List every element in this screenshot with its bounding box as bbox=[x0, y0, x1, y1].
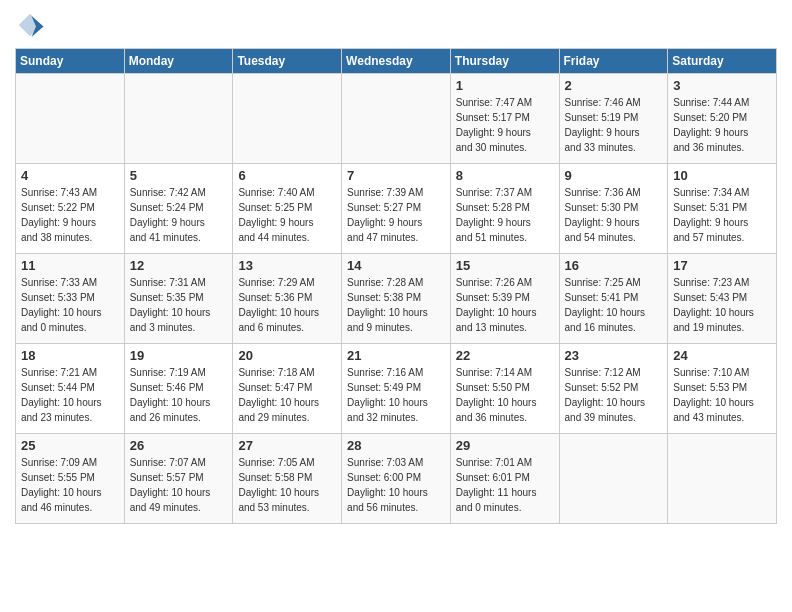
day-number: 25 bbox=[21, 438, 119, 453]
day-info: Sunrise: 7:03 AMSunset: 6:00 PMDaylight:… bbox=[347, 455, 445, 515]
calendar-day: 24Sunrise: 7:10 AMSunset: 5:53 PMDayligh… bbox=[668, 344, 777, 434]
day-info: Sunrise: 7:40 AMSunset: 5:25 PMDaylight:… bbox=[238, 185, 336, 245]
calendar-day: 16Sunrise: 7:25 AMSunset: 5:41 PMDayligh… bbox=[559, 254, 668, 344]
calendar-day: 12Sunrise: 7:31 AMSunset: 5:35 PMDayligh… bbox=[124, 254, 233, 344]
weekday-header-thursday: Thursday bbox=[450, 49, 559, 74]
day-number: 24 bbox=[673, 348, 771, 363]
day-info: Sunrise: 7:42 AMSunset: 5:24 PMDaylight:… bbox=[130, 185, 228, 245]
calendar-day: 1Sunrise: 7:47 AMSunset: 5:17 PMDaylight… bbox=[450, 74, 559, 164]
day-info: Sunrise: 7:34 AMSunset: 5:31 PMDaylight:… bbox=[673, 185, 771, 245]
day-info: Sunrise: 7:37 AMSunset: 5:28 PMDaylight:… bbox=[456, 185, 554, 245]
calendar-week-5: 25Sunrise: 7:09 AMSunset: 5:55 PMDayligh… bbox=[16, 434, 777, 524]
calendar-day: 28Sunrise: 7:03 AMSunset: 6:00 PMDayligh… bbox=[342, 434, 451, 524]
day-number: 28 bbox=[347, 438, 445, 453]
calendar-day: 22Sunrise: 7:14 AMSunset: 5:50 PMDayligh… bbox=[450, 344, 559, 434]
day-number: 10 bbox=[673, 168, 771, 183]
calendar-day: 11Sunrise: 7:33 AMSunset: 5:33 PMDayligh… bbox=[16, 254, 125, 344]
day-info: Sunrise: 7:47 AMSunset: 5:17 PMDaylight:… bbox=[456, 95, 554, 155]
calendar-week-3: 11Sunrise: 7:33 AMSunset: 5:33 PMDayligh… bbox=[16, 254, 777, 344]
calendar-day bbox=[559, 434, 668, 524]
day-number: 22 bbox=[456, 348, 554, 363]
calendar-day: 10Sunrise: 7:34 AMSunset: 5:31 PMDayligh… bbox=[668, 164, 777, 254]
day-info: Sunrise: 7:43 AMSunset: 5:22 PMDaylight:… bbox=[21, 185, 119, 245]
day-info: Sunrise: 7:12 AMSunset: 5:52 PMDaylight:… bbox=[565, 365, 663, 425]
calendar-day: 14Sunrise: 7:28 AMSunset: 5:38 PMDayligh… bbox=[342, 254, 451, 344]
day-number: 20 bbox=[238, 348, 336, 363]
calendar-day: 2Sunrise: 7:46 AMSunset: 5:19 PMDaylight… bbox=[559, 74, 668, 164]
weekday-header-saturday: Saturday bbox=[668, 49, 777, 74]
calendar-day: 5Sunrise: 7:42 AMSunset: 5:24 PMDaylight… bbox=[124, 164, 233, 254]
day-number: 1 bbox=[456, 78, 554, 93]
day-info: Sunrise: 7:26 AMSunset: 5:39 PMDaylight:… bbox=[456, 275, 554, 335]
calendar-day: 27Sunrise: 7:05 AMSunset: 5:58 PMDayligh… bbox=[233, 434, 342, 524]
calendar-day: 13Sunrise: 7:29 AMSunset: 5:36 PMDayligh… bbox=[233, 254, 342, 344]
day-info: Sunrise: 7:21 AMSunset: 5:44 PMDaylight:… bbox=[21, 365, 119, 425]
calendar-day bbox=[124, 74, 233, 164]
day-info: Sunrise: 7:23 AMSunset: 5:43 PMDaylight:… bbox=[673, 275, 771, 335]
day-number: 19 bbox=[130, 348, 228, 363]
calendar-day: 8Sunrise: 7:37 AMSunset: 5:28 PMDaylight… bbox=[450, 164, 559, 254]
day-number: 11 bbox=[21, 258, 119, 273]
day-number: 23 bbox=[565, 348, 663, 363]
page-header bbox=[15, 10, 777, 40]
calendar-header: SundayMondayTuesdayWednesdayThursdayFrid… bbox=[16, 49, 777, 74]
day-number: 3 bbox=[673, 78, 771, 93]
day-number: 16 bbox=[565, 258, 663, 273]
day-info: Sunrise: 7:01 AMSunset: 6:01 PMDaylight:… bbox=[456, 455, 554, 515]
calendar-day: 15Sunrise: 7:26 AMSunset: 5:39 PMDayligh… bbox=[450, 254, 559, 344]
calendar-day: 17Sunrise: 7:23 AMSunset: 5:43 PMDayligh… bbox=[668, 254, 777, 344]
day-number: 14 bbox=[347, 258, 445, 273]
day-number: 6 bbox=[238, 168, 336, 183]
weekday-header-tuesday: Tuesday bbox=[233, 49, 342, 74]
day-info: Sunrise: 7:19 AMSunset: 5:46 PMDaylight:… bbox=[130, 365, 228, 425]
day-number: 18 bbox=[21, 348, 119, 363]
day-info: Sunrise: 7:14 AMSunset: 5:50 PMDaylight:… bbox=[456, 365, 554, 425]
day-info: Sunrise: 7:31 AMSunset: 5:35 PMDaylight:… bbox=[130, 275, 228, 335]
day-number: 26 bbox=[130, 438, 228, 453]
day-number: 7 bbox=[347, 168, 445, 183]
day-info: Sunrise: 7:25 AMSunset: 5:41 PMDaylight:… bbox=[565, 275, 663, 335]
calendar-day: 26Sunrise: 7:07 AMSunset: 5:57 PMDayligh… bbox=[124, 434, 233, 524]
weekday-header-wednesday: Wednesday bbox=[342, 49, 451, 74]
day-info: Sunrise: 7:36 AMSunset: 5:30 PMDaylight:… bbox=[565, 185, 663, 245]
day-info: Sunrise: 7:09 AMSunset: 5:55 PMDaylight:… bbox=[21, 455, 119, 515]
calendar-day: 19Sunrise: 7:19 AMSunset: 5:46 PMDayligh… bbox=[124, 344, 233, 434]
calendar-table: SundayMondayTuesdayWednesdayThursdayFrid… bbox=[15, 48, 777, 524]
day-info: Sunrise: 7:10 AMSunset: 5:53 PMDaylight:… bbox=[673, 365, 771, 425]
day-number: 17 bbox=[673, 258, 771, 273]
calendar-day: 4Sunrise: 7:43 AMSunset: 5:22 PMDaylight… bbox=[16, 164, 125, 254]
day-info: Sunrise: 7:44 AMSunset: 5:20 PMDaylight:… bbox=[673, 95, 771, 155]
calendar-day bbox=[668, 434, 777, 524]
weekday-header-friday: Friday bbox=[559, 49, 668, 74]
day-number: 15 bbox=[456, 258, 554, 273]
weekday-header-sunday: Sunday bbox=[16, 49, 125, 74]
day-info: Sunrise: 7:16 AMSunset: 5:49 PMDaylight:… bbox=[347, 365, 445, 425]
day-info: Sunrise: 7:05 AMSunset: 5:58 PMDaylight:… bbox=[238, 455, 336, 515]
calendar-day: 23Sunrise: 7:12 AMSunset: 5:52 PMDayligh… bbox=[559, 344, 668, 434]
calendar-day bbox=[342, 74, 451, 164]
day-number: 2 bbox=[565, 78, 663, 93]
day-info: Sunrise: 7:07 AMSunset: 5:57 PMDaylight:… bbox=[130, 455, 228, 515]
day-number: 27 bbox=[238, 438, 336, 453]
calendar-day: 25Sunrise: 7:09 AMSunset: 5:55 PMDayligh… bbox=[16, 434, 125, 524]
day-number: 21 bbox=[347, 348, 445, 363]
day-info: Sunrise: 7:33 AMSunset: 5:33 PMDaylight:… bbox=[21, 275, 119, 335]
calendar-day: 29Sunrise: 7:01 AMSunset: 6:01 PMDayligh… bbox=[450, 434, 559, 524]
calendar-day: 6Sunrise: 7:40 AMSunset: 5:25 PMDaylight… bbox=[233, 164, 342, 254]
calendar-week-2: 4Sunrise: 7:43 AMSunset: 5:22 PMDaylight… bbox=[16, 164, 777, 254]
day-info: Sunrise: 7:29 AMSunset: 5:36 PMDaylight:… bbox=[238, 275, 336, 335]
calendar-week-4: 18Sunrise: 7:21 AMSunset: 5:44 PMDayligh… bbox=[16, 344, 777, 434]
calendar-body: 1Sunrise: 7:47 AMSunset: 5:17 PMDaylight… bbox=[16, 74, 777, 524]
calendar-day bbox=[16, 74, 125, 164]
day-number: 12 bbox=[130, 258, 228, 273]
calendar-week-1: 1Sunrise: 7:47 AMSunset: 5:17 PMDaylight… bbox=[16, 74, 777, 164]
calendar-day bbox=[233, 74, 342, 164]
day-number: 13 bbox=[238, 258, 336, 273]
day-number: 5 bbox=[130, 168, 228, 183]
logo-icon bbox=[15, 10, 45, 40]
day-info: Sunrise: 7:28 AMSunset: 5:38 PMDaylight:… bbox=[347, 275, 445, 335]
day-info: Sunrise: 7:18 AMSunset: 5:47 PMDaylight:… bbox=[238, 365, 336, 425]
weekday-header-monday: Monday bbox=[124, 49, 233, 74]
day-info: Sunrise: 7:39 AMSunset: 5:27 PMDaylight:… bbox=[347, 185, 445, 245]
calendar-day: 3Sunrise: 7:44 AMSunset: 5:20 PMDaylight… bbox=[668, 74, 777, 164]
